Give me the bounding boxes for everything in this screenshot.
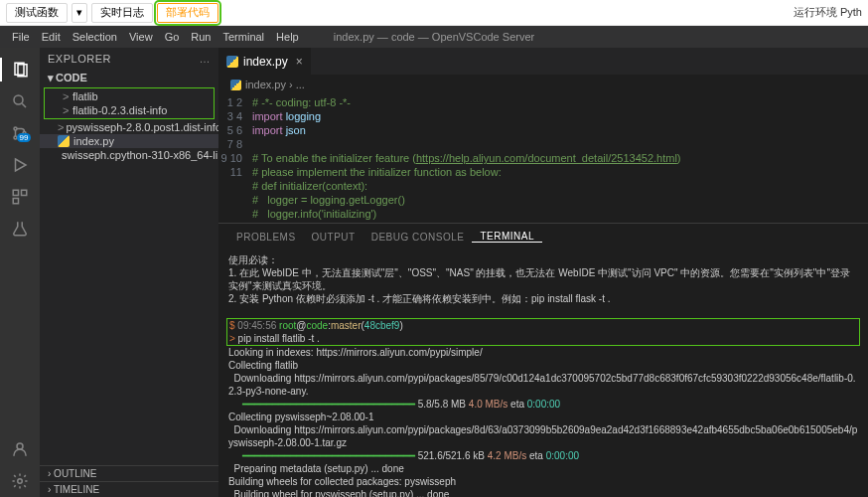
svg-point-12 bbox=[18, 479, 23, 484]
account-icon[interactable] bbox=[8, 437, 32, 461]
panel-tabs: PROBLEMS OUTPUT DEBUG CONSOLE TERMINAL bbox=[218, 224, 868, 249]
svg-marker-7 bbox=[16, 159, 27, 171]
tab-index-py[interactable]: index.py × bbox=[218, 48, 312, 75]
menu-selection[interactable]: Selection bbox=[67, 31, 123, 43]
test-icon[interactable] bbox=[8, 217, 32, 241]
tree-item-pyswisseph[interactable]: >pyswisseph-2.8.0.post1.dist-info bbox=[40, 120, 218, 134]
explorer-header: EXPLORER… bbox=[40, 48, 218, 70]
tree-item-flatlib-dist[interactable]: >flatlib-0.2.3.dist-info bbox=[45, 103, 214, 117]
explorer-icon[interactable] bbox=[0, 58, 40, 82]
terminal-output[interactable]: 使用必读：1. 在此 WebIDE 中，无法直接测试"层"、"OSS"、"NAS… bbox=[218, 249, 868, 497]
extensions-icon[interactable] bbox=[8, 185, 32, 209]
breadcrumb[interactable]: index.py › ... bbox=[218, 76, 868, 93]
svg-rect-9 bbox=[22, 190, 27, 195]
python-file-icon bbox=[230, 80, 241, 90]
panel-tab-problems[interactable]: PROBLEMS bbox=[228, 232, 304, 243]
source-control-icon[interactable]: 99 bbox=[8, 121, 32, 145]
timeline-section[interactable]: › TIMELINE bbox=[40, 481, 218, 497]
editor-tabs: index.py × bbox=[218, 48, 868, 76]
search-icon[interactable] bbox=[8, 89, 32, 113]
panel-tab-debug[interactable]: DEBUG CONSOLE bbox=[363, 232, 473, 243]
panel-tab-output[interactable]: OUTPUT bbox=[304, 232, 363, 243]
runtime-label: 运行环境 Pyth bbox=[794, 5, 862, 20]
close-icon[interactable]: × bbox=[296, 55, 303, 69]
more-icon[interactable]: … bbox=[200, 53, 212, 65]
menu-bar: File Edit Selection View Go Run Terminal… bbox=[0, 26, 868, 48]
panel-tab-terminal[interactable]: TERMINAL bbox=[472, 231, 542, 243]
menu-go[interactable]: Go bbox=[159, 31, 186, 43]
editor-area: index.py × index.py › ... 1 2 3 4 5 6 7 … bbox=[218, 48, 868, 497]
test-function-button[interactable]: 测试函数 bbox=[6, 3, 68, 23]
run-debug-icon[interactable] bbox=[8, 153, 32, 177]
python-file-icon bbox=[226, 56, 238, 68]
code-editor[interactable]: 1 2 3 4 5 6 7 8 9 10 11 # -*- coding: ut… bbox=[218, 93, 868, 223]
menu-view[interactable]: View bbox=[123, 31, 159, 43]
svg-line-3 bbox=[22, 103, 26, 107]
realtime-log-button[interactable]: 实时日志 bbox=[91, 3, 153, 23]
top-toolbar: 测试函数 ▾ 实时日志 部署代码 运行环境 Pyth bbox=[0, 0, 868, 26]
svg-point-4 bbox=[14, 127, 17, 130]
activity-bar: 99 bbox=[0, 48, 40, 497]
svg-point-11 bbox=[17, 443, 23, 449]
test-function-dropdown[interactable]: ▾ bbox=[72, 3, 87, 23]
window-title: index.py — code — OpenVSCode Server bbox=[334, 31, 534, 43]
explorer-sidebar: EXPLORER… ▾CODE >flatlib >flatlib-0.2.3.… bbox=[40, 48, 218, 497]
bottom-panel: PROBLEMS OUTPUT DEBUG CONSOLE TERMINAL 使… bbox=[218, 223, 868, 497]
tree-item-index-py[interactable]: index.py bbox=[40, 134, 218, 148]
ide-window: File Edit Selection View Go Run Terminal… bbox=[0, 26, 868, 497]
line-gutter: 1 2 3 4 5 6 7 8 9 10 11 bbox=[218, 93, 248, 223]
svg-point-2 bbox=[14, 95, 23, 104]
python-file-icon bbox=[58, 135, 70, 147]
menu-edit[interactable]: Edit bbox=[36, 31, 67, 43]
deploy-code-button[interactable]: 部署代码 bbox=[157, 3, 218, 23]
menu-file[interactable]: File bbox=[6, 31, 36, 43]
settings-icon[interactable] bbox=[8, 469, 32, 493]
menu-terminal[interactable]: Terminal bbox=[217, 31, 271, 43]
menu-run[interactable]: Run bbox=[185, 31, 217, 43]
tree-item-swisseph[interactable]: swisseph.cpython-310-x86_64-linux...U bbox=[40, 148, 218, 162]
svg-rect-8 bbox=[13, 190, 18, 195]
tree-root-label[interactable]: ▾CODE bbox=[40, 70, 218, 86]
outline-section[interactable]: › OUTLINE bbox=[40, 465, 218, 481]
svg-rect-10 bbox=[13, 199, 18, 204]
highlighted-folders: >flatlib >flatlib-0.2.3.dist-info bbox=[44, 87, 215, 119]
tree-item-flatlib[interactable]: >flatlib bbox=[45, 89, 214, 103]
menu-help[interactable]: Help bbox=[270, 31, 305, 43]
